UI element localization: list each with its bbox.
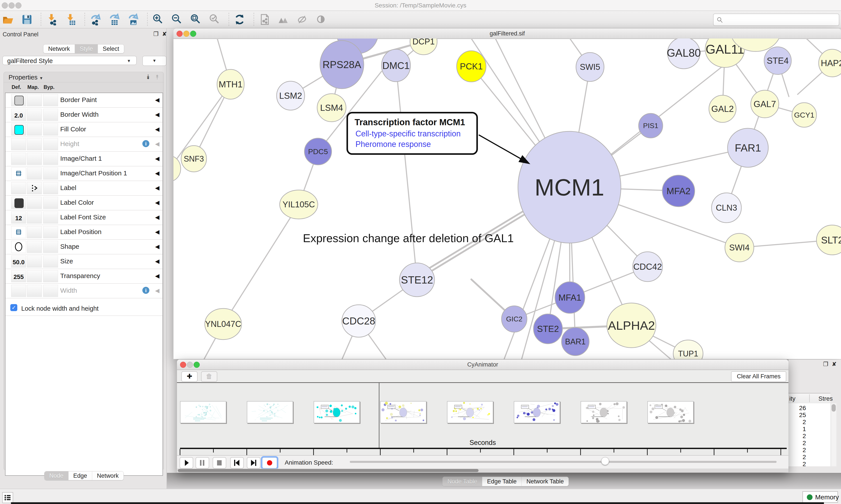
default-value-cell[interactable]: [11, 138, 26, 150]
task-history-button[interactable]: [2, 492, 13, 503]
show-details-button[interactable]: [315, 13, 327, 25]
property-row-height[interactable]: Heighti◀: [5, 137, 162, 152]
info-icon[interactable]: i: [142, 140, 149, 147]
float-panel-icon[interactable]: ❐: [153, 31, 158, 37]
add-frame-button[interactable]: ✚: [181, 371, 198, 382]
property-row-border-paint[interactable]: Border Paint◀: [5, 93, 162, 108]
node-YIL105C[interactable]: YIL105C: [280, 190, 318, 219]
node-RPS28A[interactable]: RPS28A: [320, 40, 364, 89]
node-MFA2[interactable]: MFA2: [662, 175, 695, 207]
export-table-button[interactable]: [108, 13, 121, 25]
zoom-fit-button[interactable]: [190, 13, 202, 25]
table-cell[interactable]: 2: [788, 439, 806, 447]
node-GIC2[interactable]: GIC2: [502, 306, 527, 332]
record-button[interactable]: [262, 457, 277, 469]
import-table-button[interactable]: [65, 13, 77, 25]
network-canvas[interactable]: RPS28AMTH1LSM2LSM4DMC1DCP1PCK1SWI5GAL80G…: [174, 38, 841, 359]
expand-property-icon[interactable]: ◀: [155, 199, 159, 206]
node-GAL2[interactable]: GAL2: [709, 95, 736, 122]
expand-property-icon[interactable]: ◀: [155, 126, 159, 133]
expand-property-icon[interactable]: ◀: [155, 141, 159, 147]
tab-network-table[interactable]: Network Table: [522, 477, 569, 486]
timeline[interactable]: 0123456789 Seconds: [177, 383, 788, 455]
table-scrollbar[interactable]: [831, 403, 836, 466]
node-GCY1[interactable]: GCY1: [792, 103, 817, 127]
binoculars-button[interactable]: [277, 13, 289, 25]
property-row-shape[interactable]: Shape◀: [5, 240, 162, 254]
play-button[interactable]: [180, 457, 193, 469]
scrollbar-thumb[interactable]: [831, 404, 836, 412]
style-selector-dropdown[interactable]: galFiltered Style ▾: [2, 56, 137, 65]
stop-button[interactable]: [213, 457, 226, 469]
pause-button[interactable]: [196, 457, 209, 469]
default-value-cell[interactable]: 50.0: [11, 255, 26, 268]
memory-button[interactable]: Memory: [803, 491, 838, 503]
node-CDC28[interactable]: CDC28: [342, 305, 376, 337]
node-CLN3[interactable]: CLN3: [712, 193, 741, 223]
node-LSM2[interactable]: LSM2: [276, 81, 305, 110]
mapping-cell[interactable]: [27, 153, 42, 165]
mapping-cell[interactable]: [27, 167, 42, 180]
zoom-in-button[interactable]: [152, 13, 164, 25]
horizontal-scrollbar[interactable]: [177, 469, 788, 472]
bypass-cell[interactable]: [43, 255, 58, 268]
mapping-cell[interactable]: [27, 270, 42, 282]
expand-property-icon[interactable]: ◀: [155, 243, 159, 250]
node-GAL80[interactable]: GAL80: [667, 38, 701, 69]
node-MCM1[interactable]: MCM1: [518, 131, 621, 243]
edge-STE12-DMC1[interactable]: [396, 66, 417, 280]
node-STE4[interactable]: STE4: [764, 47, 791, 74]
table-cell[interactable]: 2: [788, 433, 806, 439]
bypass-cell[interactable]: [43, 94, 58, 106]
bypass-cell[interactable]: [43, 109, 58, 121]
zoom-out-button[interactable]: [171, 13, 183, 25]
default-value-cell[interactable]: [11, 153, 26, 165]
collapse-all-icon[interactable]: ⯭: [155, 73, 159, 81]
mapping-cell[interactable]: [27, 197, 42, 209]
export-network-button[interactable]: [89, 13, 102, 25]
expand-property-icon[interactable]: ◀: [155, 273, 159, 280]
mapping-cell[interactable]: [27, 109, 42, 121]
skip-end-button[interactable]: [247, 457, 261, 469]
node-DMC1[interactable]: DMC1: [381, 49, 410, 82]
close-panel-icon[interactable]: ✘: [832, 361, 837, 367]
speed-slider[interactable]: [350, 461, 776, 463]
node-STE2[interactable]: STE2: [534, 314, 562, 344]
property-row-image-chart-1[interactable]: Image/Chart 1◀: [5, 152, 162, 166]
tab-network[interactable]: Network: [43, 44, 75, 53]
annotation-box[interactable]: Transcription factor MCM1 Cell-type-spec…: [346, 112, 478, 155]
hide-details-button[interactable]: [296, 13, 308, 25]
tab-style[interactable]: Style: [75, 44, 98, 53]
default-value-cell[interactable]: [11, 197, 26, 209]
default-value-cell[interactable]: 2.0: [11, 109, 26, 121]
table-cell[interactable]: 2: [788, 447, 806, 454]
mapping-cell[interactable]: [27, 138, 42, 150]
search-input[interactable]: [713, 14, 839, 26]
property-row-size[interactable]: 50.0Size◀: [5, 254, 162, 269]
edge-YIL105C-YNL047C[interactable]: [223, 204, 299, 324]
tab-node-table[interactable]: Node Table: [443, 477, 482, 486]
node-YNL047C[interactable]: YNL047C: [205, 308, 241, 340]
node-DCP1[interactable]: DCP1: [410, 38, 437, 55]
node-LEFTY[interactable]: [174, 156, 181, 181]
bypass-cell[interactable]: [43, 197, 58, 209]
clear-all-frames-button[interactable]: Clear All Frames: [731, 371, 786, 382]
mapping-cell[interactable]: [27, 212, 42, 223]
tab-edge-table[interactable]: Edge Table: [482, 477, 522, 486]
tab-network[interactable]: Network: [92, 471, 124, 480]
node-SWI5[interactable]: SWI5: [576, 53, 604, 82]
node-SNF3[interactable]: SNF3: [181, 146, 207, 172]
bypass-cell[interactable]: [43, 285, 58, 297]
node-PCK1[interactable]: PCK1: [457, 51, 486, 82]
style-options-button[interactable]: ▾: [142, 56, 166, 66]
bypass-cell[interactable]: [43, 226, 58, 238]
default-value-cell[interactable]: [11, 226, 26, 238]
bypass-cell[interactable]: [43, 241, 58, 253]
bypass-cell[interactable]: [43, 270, 58, 282]
default-value-cell[interactable]: [11, 94, 26, 106]
export-image-button[interactable]: [127, 13, 139, 25]
lock-node-size-checkbox[interactable]: ✓: [10, 304, 17, 311]
column-header[interactable]: Stres: [819, 395, 833, 402]
mapping-cell[interactable]: [27, 94, 42, 106]
node-PDC5[interactable]: PDC5: [304, 138, 332, 165]
